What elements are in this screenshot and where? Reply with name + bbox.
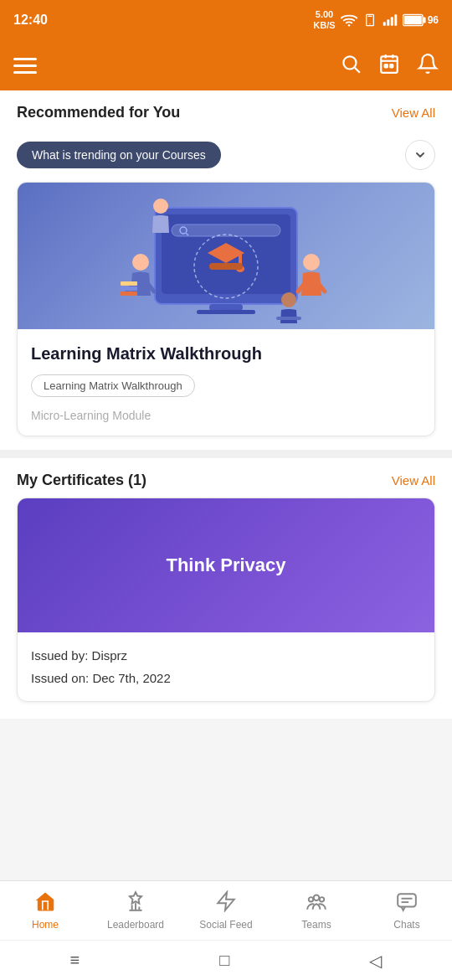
trending-row: What is trending on your Courses [0,130,452,182]
svg-rect-4 [394,14,397,26]
course-card-body: Learning Matrix Walkthrough Learning Mat… [18,329,434,436]
certificates-section: My Certificates (1) View All Think Priva… [0,458,452,719]
svg-rect-15 [390,64,393,67]
recommended-header: Recommended for You View All [0,90,452,130]
svg-rect-18 [209,304,243,311]
svg-point-45 [314,895,320,900]
svg-rect-6 [423,18,426,23]
course-card-title: Learning Matrix Walkthrough [31,343,421,364]
calendar-button[interactable] [378,53,400,78]
course-card-image [18,183,434,329]
recommended-view-all[interactable]: View All [392,106,435,120]
svg-rect-14 [385,64,388,67]
svg-rect-36 [121,286,137,291]
svg-point-38 [281,292,296,307]
android-menu-button[interactable]: ≡ [70,951,80,970]
nav-item-teams[interactable]: Teams [271,890,362,931]
cert-card-image: Think Privacy [18,498,434,632]
search-button[interactable] [340,53,362,78]
bottom-nav: Home Leaderboard Social Fe [0,880,452,980]
nav-item-leaderboard[interactable]: Leaderboard [90,890,181,931]
status-icons: 5.00KB/S [313,9,439,31]
teams-icon [306,890,327,916]
nav-label-home: Home [32,919,59,931]
svg-rect-2 [387,19,389,26]
wifi-icon [341,13,357,27]
svg-point-46 [309,897,313,901]
course-card[interactable]: Learning Matrix Walkthrough Learning Mat… [17,182,435,436]
certificates-header: My Certificates (1) View All [0,458,452,498]
chats-icon [396,890,418,916]
chevron-down-button[interactable] [405,140,435,170]
recommended-title: Recommended for You [17,104,180,121]
android-back-button[interactable]: ◁ [369,951,382,971]
cert-image-title: Think Privacy [149,554,302,576]
svg-rect-37 [121,281,137,286]
svg-marker-44 [218,892,234,910]
phone-icon [362,13,378,27]
certificates-title: My Certificates (1) [17,472,146,489]
battery-icon: 96 [403,13,439,27]
status-bar: 12:40 5.00KB/S [0,0,452,40]
svg-rect-3 [390,17,393,26]
svg-line-9 [355,68,360,73]
battery-pct: 96 [428,14,439,26]
svg-rect-1 [383,22,385,26]
nav-label-leaderboard: Leaderboard [107,919,164,931]
section-separator [0,450,452,458]
svg-rect-7 [403,16,421,25]
course-card-tag: Learning Matrix Walkthrough [31,374,195,397]
android-home-button[interactable]: □ [219,951,229,970]
svg-point-47 [320,897,324,901]
bottom-spacer [0,719,452,828]
bottom-nav-items: Home Leaderboard Social Fe [0,881,452,940]
svg-point-8 [343,56,356,69]
svg-point-0 [347,24,350,27]
nav-item-home[interactable]: Home [0,890,90,931]
cert-card-wrapper: Think Privacy Issued by: Disprz Issued o… [0,498,452,719]
top-nav-bar [0,40,452,90]
nav-label-social-feed: Social Feed [199,919,252,931]
nav-label-teams: Teams [301,919,331,931]
svg-point-28 [132,254,149,271]
course-card-type: Micro-Learning Module [31,409,421,422]
nav-item-chats[interactable]: Chats [362,890,452,931]
certificates-view-all[interactable]: View All [392,473,435,487]
status-time: 12:40 [13,13,48,28]
course-card-wrapper: Learning Matrix Walkthrough Learning Mat… [0,182,452,450]
notification-button[interactable] [417,53,439,78]
signal-icon [383,13,398,27]
svg-rect-19 [197,310,255,314]
network-speed: 5.00KB/S [313,9,335,31]
nav-item-social-feed[interactable]: Social Feed [181,890,271,931]
cert-card[interactable]: Think Privacy Issued by: Disprz Issued o… [17,498,435,702]
svg-rect-48 [398,894,416,906]
svg-rect-39 [276,317,301,320]
svg-rect-35 [121,291,137,296]
svg-rect-10 [381,56,398,73]
cert-issued-by: Issued by: Disprz [31,644,421,667]
svg-point-31 [303,254,320,271]
svg-rect-27 [209,263,243,270]
home-icon [34,890,56,916]
nav-label-chats: Chats [393,919,419,931]
trending-pill: What is trending on your Courses [17,142,221,168]
cert-issued-on: Issued on: Dec 7th, 2022 [31,667,421,689]
leaderboard-icon [125,890,146,916]
main-content: Recommended for You View All What is tre… [0,90,452,828]
social-feed-icon [215,890,237,916]
cert-card-body: Issued by: Disprz Issued on: Dec 7th, 20… [18,632,434,701]
menu-button[interactable] [13,58,37,74]
android-nav-bar: ≡ □ ◁ [0,940,452,980]
svg-point-34 [153,199,168,214]
